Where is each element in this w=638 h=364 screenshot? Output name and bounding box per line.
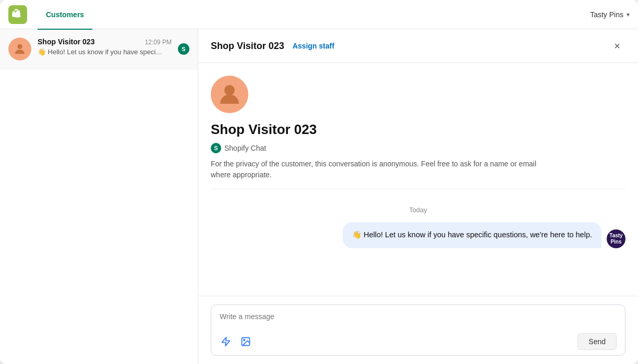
conversation-name: Shop Visitor 023 <box>38 38 94 46</box>
shopify-logo-icon <box>8 5 27 24</box>
conversation-body: Shop Visitor 023 12:09 PM 👋 Hello! Let u… <box>38 38 172 56</box>
conversation-avatar <box>8 38 31 60</box>
conversation-list-item[interactable]: Shop Visitor 023 12:09 PM 👋 Hello! Let u… <box>0 29 198 69</box>
app-window: Customers Tasty Pins ▾ Shop Visitor 023 <box>0 0 638 364</box>
quick-reply-icon[interactable] <box>220 335 232 348</box>
privacy-note: For the privacy of the customer, this co… <box>211 159 555 180</box>
conversation-preview: 👋 Hello! Let us know if you have specifi… <box>38 48 163 56</box>
chat-header-title: Shop Visitor 023 <box>211 41 284 52</box>
svg-marker-2 <box>222 337 230 346</box>
conversation-header: Shop Visitor 023 12:09 PM <box>38 38 172 46</box>
visitor-avatar-large <box>211 76 248 113</box>
date-divider: Today <box>211 206 625 214</box>
main-content: Shop Visitor 023 12:09 PM 👋 Hello! Let u… <box>0 29 638 364</box>
close-chat-button[interactable]: × <box>609 38 625 54</box>
visitor-profile: Shop Visitor 023 S Shopify Chat For the … <box>211 63 625 189</box>
tab-customers[interactable]: Customers <box>38 1 92 30</box>
shopify-chat-row: S Shopify Chat <box>211 143 266 153</box>
store-name-nav[interactable]: Tasty Pins ▾ <box>590 10 630 19</box>
store-dropdown-icon: ▾ <box>627 11 630 18</box>
sidebar: Shop Visitor 023 12:09 PM 👋 Hello! Let u… <box>0 29 198 364</box>
conversation-badge: S <box>178 43 189 55</box>
input-toolbar: Send <box>220 333 617 350</box>
message-bubble: 👋 Hello! Let us know if you have specifi… <box>343 222 601 248</box>
messages-area: 👋 Hello! Let us know if you have specifi… <box>211 222 625 248</box>
chat-panel: Shop Visitor 023 Assign staff × Shop Vis… <box>198 29 638 364</box>
message-input[interactable] <box>220 312 617 329</box>
svg-point-1 <box>224 85 235 95</box>
svg-point-0 <box>17 44 22 49</box>
message-input-box: Send <box>211 305 625 356</box>
input-icons <box>220 335 252 348</box>
message-row: 👋 Hello! Let us know if you have specifi… <box>211 222 625 248</box>
svg-point-4 <box>244 339 245 341</box>
chat-body: Shop Visitor 023 S Shopify Chat For the … <box>198 63 638 296</box>
conversation-time: 12:09 PM <box>145 39 172 46</box>
chat-header: Shop Visitor 023 Assign staff × <box>198 29 638 63</box>
channel-label: Shopify Chat <box>224 144 266 152</box>
chat-input-area: Send <box>198 296 638 364</box>
sender-avatar-initials: TastyPins <box>609 233 622 245</box>
nav-tabs: Customers <box>38 0 590 29</box>
visitor-name-large: Shop Visitor 023 <box>211 122 317 138</box>
send-button[interactable]: Send <box>577 333 617 350</box>
top-nav: Customers Tasty Pins ▾ <box>0 0 638 29</box>
image-attach-icon[interactable] <box>239 335 252 348</box>
conversation-badge-label: S <box>182 46 185 52</box>
assign-staff-button[interactable]: Assign staff <box>293 42 334 50</box>
sender-avatar: TastyPins <box>607 229 625 248</box>
shopify-s-icon: S <box>211 143 221 153</box>
